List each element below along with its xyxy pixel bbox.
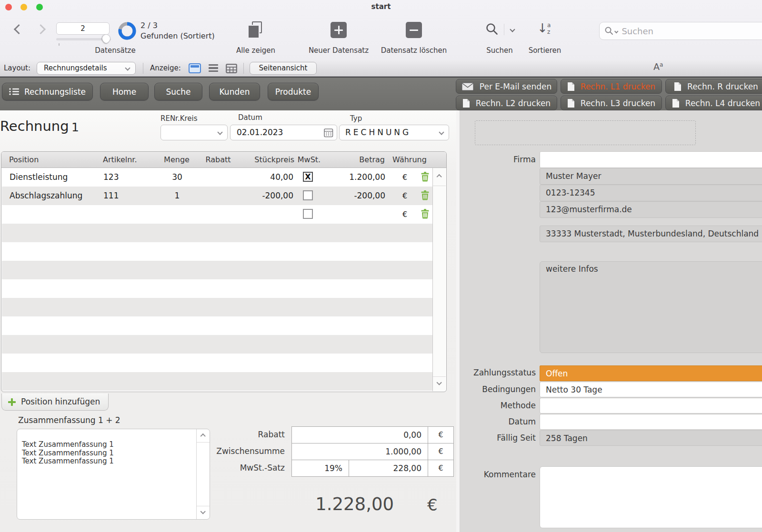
list-icon — [9, 88, 20, 96]
delete-record-label[interactable]: Datensatz löschen — [371, 46, 457, 55]
find-separator — [504, 24, 504, 35]
nav-button-suche[interactable]: Suche — [154, 83, 202, 100]
methode-field[interactable] — [540, 398, 762, 414]
plus-icon — [8, 398, 16, 406]
nav-button-rechnungsliste[interactable]: Rechnungsliste — [2, 83, 93, 100]
datum-field[interactable]: 02.01.2023 — [230, 125, 337, 140]
layout-selector[interactable]: Rechnungsdetails — [37, 62, 136, 75]
nav-button-kunden[interactable]: Kunden — [209, 83, 260, 100]
table-row[interactable]: Abschlagszahlung 111 1 -200,00 -200,00 € — [2, 187, 433, 205]
find-dropdown-icon[interactable] — [510, 27, 515, 32]
print-l3-button[interactable]: Rechn. L3 drucken — [561, 96, 662, 110]
table-row-filler — [2, 298, 433, 316]
print-l1-button[interactable]: Rechn. L1 drucken — [561, 79, 662, 94]
layout-bar-separator — [143, 63, 143, 74]
scroll-up-button[interactable] — [433, 168, 446, 186]
find-mode-icon[interactable] — [485, 22, 499, 36]
quick-search-box[interactable] — [599, 22, 762, 40]
quick-search-dropdown-icon[interactable] — [614, 29, 619, 33]
scroll-up-button[interactable] — [197, 429, 210, 443]
found-status: Gefunden (Sortiert) — [140, 31, 215, 40]
table-view-icon[interactable] — [226, 64, 237, 73]
list-view-icon[interactable] — [209, 64, 218, 73]
show-all-label[interactable]: Alle zeigen — [227, 46, 284, 55]
quick-search-input[interactable] — [621, 26, 742, 37]
customer-email-field[interactable]: 123@musterfirma.de — [540, 201, 762, 218]
invoice-number: 1 — [71, 120, 79, 134]
typ-dropdown[interactable]: RECHNUNG — [339, 125, 449, 140]
summary-scrollbar[interactable] — [196, 429, 210, 519]
scroll-down-button[interactable] — [197, 506, 210, 519]
column-header: Position — [9, 152, 39, 167]
print-l4-button[interactable]: Rechn. L4 drucken — [665, 96, 762, 110]
bedingungen-field[interactable]: Netto 30 Tage — [540, 382, 762, 397]
form-view-icon[interactable] — [189, 63, 201, 73]
total-amount: 1.228,00 — [260, 494, 394, 514]
layout-label: Layout: — [4, 60, 30, 77]
methode-label: Methode — [469, 397, 536, 414]
send-email-button[interactable]: Per E-Mail senden — [456, 79, 557, 94]
record-number-input[interactable]: 2 — [56, 22, 110, 35]
column-header: Artikelnr. — [103, 152, 137, 167]
kommentare-textarea[interactable] — [540, 466, 762, 528]
mwst-checkbox[interactable] — [303, 209, 313, 219]
next-record-icon[interactable] — [36, 24, 46, 34]
page-preview-button[interactable]: Seitenansicht — [250, 62, 317, 75]
rabatt-currency: € — [428, 426, 454, 443]
mwst-rate-field[interactable]: 19% — [291, 460, 349, 477]
found-ratio: 2 / 3 — [140, 21, 158, 30]
sort-icon[interactable]: ↓ a z — [537, 21, 554, 38]
calendar-picker-icon[interactable] — [324, 128, 333, 138]
typ-label: Typ — [350, 114, 362, 123]
delete-row-icon[interactable] — [421, 190, 429, 200]
scroll-down-button[interactable] — [433, 376, 446, 391]
formatting-bar-icon[interactable]: Aa — [653, 61, 663, 72]
nav-button-produkte[interactable]: Produkte — [268, 83, 319, 100]
rabatt-field[interactable]: 0,00 — [291, 426, 428, 443]
document-icon — [674, 82, 682, 91]
customer-address-field[interactable]: 33333 Musterstadt, Musterbundesland, Deu… — [540, 226, 762, 242]
new-record-icon[interactable] — [331, 22, 347, 38]
nav-button-home[interactable]: Home — [100, 83, 149, 100]
table-row-filler — [2, 224, 433, 242]
datum-label: Datum — [238, 113, 262, 122]
customer-phone-field[interactable]: 0123-12345 — [540, 185, 762, 201]
view-label: Anzeige: — [150, 60, 181, 77]
firma-field[interactable] — [540, 151, 762, 168]
print-l2-button[interactable]: Rechn. L2 drucken — [456, 96, 557, 110]
zahlungsdatum-field[interactable] — [540, 414, 762, 430]
table-row-filler — [2, 316, 433, 335]
customer-infos-textarea[interactable]: weitere Infos — [540, 261, 762, 353]
column-header: Stückpreis — [240, 152, 294, 167]
mwst-checkbox[interactable]: X — [303, 172, 313, 182]
show-all-icon[interactable] — [248, 21, 264, 37]
previous-record-icon[interactable] — [14, 24, 24, 34]
table-row[interactable]: Dienstleistung 123 30 40,00 X 1.200,00 € — [2, 168, 433, 187]
positions-table: Position Artikelnr. Menge Rabatt Stückpr… — [1, 151, 447, 392]
summary-textarea[interactable]: Text Zusammenfassung 1 Text Zusammenfass… — [17, 429, 210, 520]
document-icon — [462, 99, 470, 108]
delete-record-icon[interactable] — [406, 22, 422, 38]
faellig-seit-field[interactable]: 258 Tagen — [540, 430, 762, 446]
mwst-currency: € — [428, 460, 454, 477]
column-header: Menge — [159, 152, 195, 167]
navigation-button-bar: Rechnungsliste Home Suche Kunden Produkt… — [0, 77, 762, 110]
print-r-button[interactable]: Rechn. R drucken — [665, 79, 762, 94]
mwst-amount-field[interactable]: 228,00 — [349, 460, 428, 477]
zwischensumme-field[interactable]: 1.000,00 — [291, 443, 428, 460]
new-record-label[interactable]: Neuer Datensatz — [301, 46, 377, 55]
column-header: Rabatt — [201, 152, 235, 167]
delete-row-icon[interactable] — [421, 172, 429, 182]
add-position-button[interactable]: Position hinzufügen — [1, 394, 109, 411]
delete-row-icon[interactable] — [421, 209, 429, 219]
table-row-filler — [2, 279, 433, 298]
filemaker-window: start 2 2 / 3 Gefunden (Sortiert) Datens… — [0, 0, 762, 532]
mwst-checkbox[interactable] — [303, 190, 313, 200]
table-row[interactable]: € — [2, 205, 433, 224]
zahlungsstatus-field[interactable]: Offen — [540, 365, 762, 381]
customer-name-field[interactable]: Muster Mayer — [540, 168, 762, 185]
renr-kreis-dropdown[interactable] — [160, 125, 228, 140]
portal-scrollbar[interactable] — [432, 168, 446, 391]
table-row-filler — [2, 261, 433, 279]
sort-label[interactable]: Sortieren — [516, 46, 573, 55]
